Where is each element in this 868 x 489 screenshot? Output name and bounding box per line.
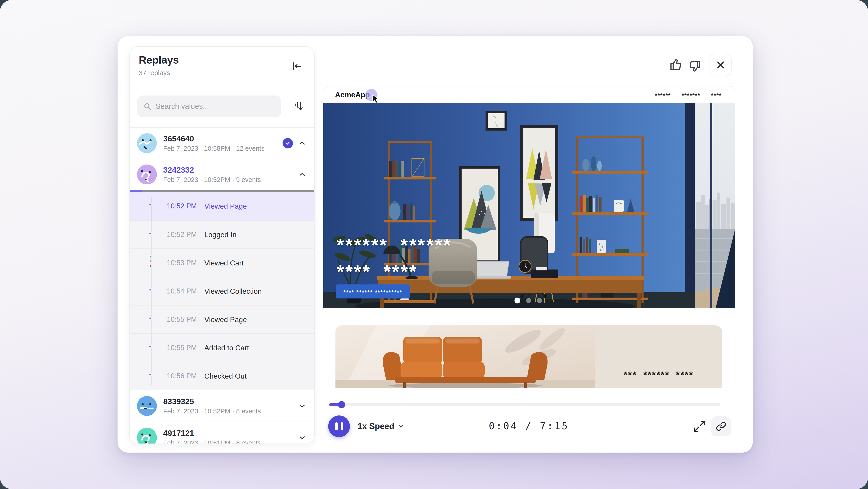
playback-progress-bar[interactable] xyxy=(329,403,720,406)
copy-link-button[interactable] xyxy=(711,416,731,436)
masked-nav-item: ****** xyxy=(655,92,671,99)
session-row-3242332[interactable]: 3242332 Feb 7, 2023 · 10:52PM · 9 events xyxy=(130,159,314,190)
link-icon xyxy=(716,421,726,432)
event-time: 10:54 PM xyxy=(167,287,197,295)
carousel-dot xyxy=(526,298,531,303)
collapse-panel-icon xyxy=(291,61,303,72)
event-row-checked-out[interactable]: 10:56 PM Checked Out xyxy=(130,362,314,390)
session-row-3654640[interactable]: 3654640 Feb 7, 2023 · 10:58PM · 12 event… xyxy=(130,127,314,159)
chevron-down-icon[interactable] xyxy=(298,402,306,410)
search-field[interactable] xyxy=(137,95,281,117)
avatar xyxy=(137,428,157,444)
fullscreen-button[interactable] xyxy=(692,419,707,434)
session-row-4917121[interactable]: 4917121 Feb 7, 2023 · 10:51PM · 8 events xyxy=(130,422,314,444)
session-meta: Feb 7, 2023 · 10:52PM · 8 events xyxy=(163,407,298,415)
expand-icon xyxy=(692,419,707,434)
event-row-viewed-cart[interactable]: 10:53 PM Viewed Cart xyxy=(130,249,314,277)
masked-hero-heading-line1: ****** ****** xyxy=(337,231,452,253)
event-time: 10:52 PM xyxy=(167,231,197,239)
event-dot xyxy=(148,203,152,207)
thumbs-down-button[interactable] xyxy=(688,59,702,73)
watched-check-badge xyxy=(283,138,293,148)
event-row-viewed-page-2[interactable]: 10:55 PM Viewed Page xyxy=(130,305,314,333)
event-dot xyxy=(148,344,152,348)
avatar xyxy=(137,165,157,184)
replay-modal: Replays 37 replays 3654640 Feb 7, 2023 ·… xyxy=(118,36,753,453)
session-id: 4917121 xyxy=(163,429,298,438)
event-timeline: 10:52 PM Viewed Page 10:52 PM Logged In … xyxy=(130,192,314,390)
close-icon xyxy=(716,60,725,70)
event-label: Viewed Collection xyxy=(204,287,262,295)
replay-site-logo: AcmeApp xyxy=(335,90,370,99)
search-icon xyxy=(143,102,151,110)
speed-label: 1x Speed xyxy=(358,422,394,431)
event-dot xyxy=(148,316,152,320)
chevron-down-icon[interactable] xyxy=(298,434,306,441)
sort-descending-icon xyxy=(292,100,304,113)
replay-count: 37 replays xyxy=(139,69,170,77)
masked-hero-cta-button: **** ****** ********** xyxy=(336,284,410,298)
thumbs-down-icon xyxy=(688,59,702,73)
session-id: 8339325 xyxy=(163,397,298,406)
playback-scrubber-knob[interactable] xyxy=(338,401,345,408)
replay-site-topbar: AcmeApp ****** ******* **** xyxy=(323,86,735,103)
playback-speed-button[interactable]: 1x Speed xyxy=(358,420,404,433)
chevron-up-icon[interactable] xyxy=(298,139,306,147)
event-time: 10:52 PM xyxy=(167,202,197,210)
close-button[interactable] xyxy=(710,54,732,76)
masked-hero-heading-line2: **** **** xyxy=(337,258,418,279)
event-time: 10:56 PM xyxy=(167,372,197,380)
event-label: Added to Cart xyxy=(204,344,249,352)
event-label: Viewed Cart xyxy=(204,259,244,267)
search-input[interactable] xyxy=(156,102,275,111)
session-meta: Feb 7, 2023 · 10:58PM · 12 events xyxy=(163,145,283,152)
event-time: 10:53 PM xyxy=(167,259,197,267)
pause-button[interactable] xyxy=(328,415,350,437)
event-label: Checked Out xyxy=(204,372,247,380)
pause-icon xyxy=(335,422,338,430)
thumbs-up-button[interactable] xyxy=(669,58,683,72)
thumbs-up-icon xyxy=(669,58,683,72)
event-row-viewed-collection[interactable]: 10:54 PM Viewed Collection xyxy=(130,277,314,305)
sidebar-header: Replays 37 replays xyxy=(130,47,314,82)
page-title: Replays xyxy=(139,54,179,66)
session-id: 3654640 xyxy=(163,134,283,143)
masked-nav-item: ******* xyxy=(682,92,700,99)
chevron-up-icon[interactable] xyxy=(298,171,306,178)
app-background: Replays 37 replays 3654640 Feb 7, 2023 ·… xyxy=(0,0,868,489)
masked-product-text: *** ****** **** xyxy=(595,368,722,379)
collapse-sidebar-button[interactable] xyxy=(291,61,303,72)
event-row-logged-in[interactable]: 10:52 PM Logged In xyxy=(130,220,314,249)
replay-viewport: AcmeApp ****** ******* **** xyxy=(323,86,735,388)
event-dot xyxy=(148,288,152,292)
event-label: Viewed Page xyxy=(204,202,247,210)
sort-filter-button[interactable] xyxy=(292,100,304,113)
replay-masked-nav: ****** ******* **** xyxy=(655,86,722,103)
event-row-added-to-cart[interactable]: 10:55 PM Added to Cart xyxy=(130,333,314,362)
session-id-active: 3242332 xyxy=(163,165,298,174)
carousel-dots xyxy=(515,297,542,304)
cursor-icon xyxy=(372,94,380,104)
event-dot xyxy=(148,231,152,235)
replays-sidebar: Replays 37 replays 3654640 Feb 7, 2023 ·… xyxy=(129,47,315,444)
playback-time: 0:04 / 7:15 xyxy=(489,421,569,432)
avatar xyxy=(137,133,157,153)
chevron-down-icon xyxy=(398,423,404,430)
replay-product-card: *** ****** **** xyxy=(336,325,722,388)
session-progress-fill xyxy=(130,190,143,192)
timeline-line xyxy=(151,197,152,220)
replay-hero-section: ****** ****** **** **** **** ****** ****… xyxy=(323,103,735,308)
masked-nav-item: **** xyxy=(711,92,722,99)
event-dot xyxy=(148,373,152,377)
session-meta: Feb 7, 2023 · 10:51PM · 8 events xyxy=(163,439,298,444)
session-playback-progress xyxy=(130,190,314,192)
event-multi-dot xyxy=(149,255,152,268)
search-row xyxy=(130,82,314,127)
carousel-dot-active xyxy=(515,297,520,304)
avatar xyxy=(137,396,157,416)
event-row-viewed-page[interactable]: 10:52 PM Viewed Page xyxy=(130,192,314,220)
product-text-panel: *** ****** **** xyxy=(595,325,722,388)
event-label: Logged In xyxy=(204,230,237,239)
session-row-8339325[interactable]: 8339325 Feb 7, 2023 · 10:52PM · 8 events xyxy=(130,390,314,422)
event-label: Viewed Page xyxy=(204,315,247,324)
